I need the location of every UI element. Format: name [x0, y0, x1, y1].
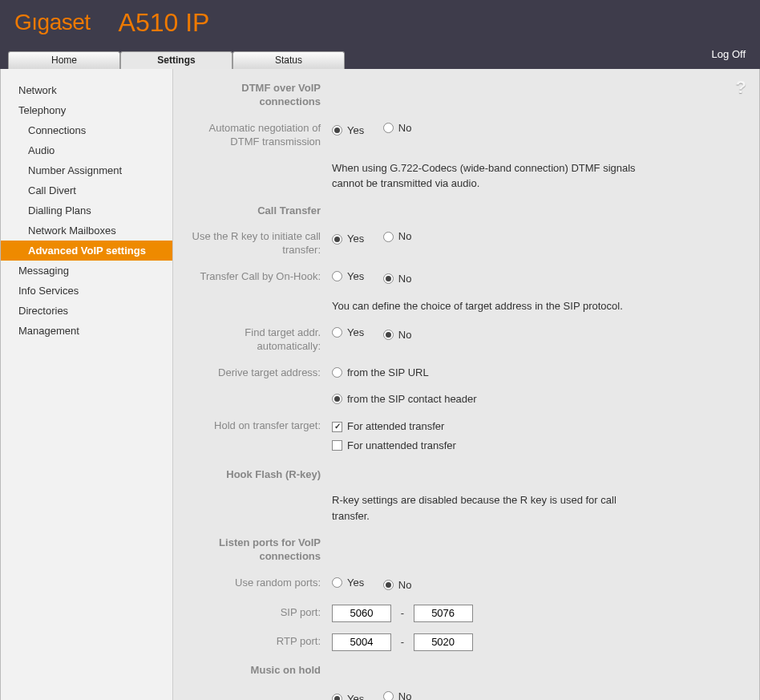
radio-derive-contact[interactable]: from the SIP contact header — [332, 391, 477, 407]
radio-icon — [332, 694, 342, 700]
section-hook-flash: Hook Flash (R-key) — [188, 467, 332, 482]
radio-icon — [383, 273, 394, 284]
nav-directories[interactable]: Directories — [1, 301, 172, 321]
input-sip-to[interactable] — [414, 605, 473, 622]
note-rkey-disabled: R-key settings are disabled because the … — [332, 492, 653, 524]
checkbox-icon — [332, 440, 342, 451]
nav-number-assignment[interactable]: Number Assignment — [1, 160, 172, 180]
radio-icon — [332, 394, 342, 404]
label-derive-target: Derive target address: — [188, 365, 332, 380]
nav-audio[interactable]: Audio — [1, 140, 172, 160]
checkbox-icon — [332, 422, 342, 432]
note-dtmf: When using G.722-Codecs (wide-band conne… — [332, 160, 653, 192]
radio-icon — [383, 123, 394, 133]
radio-music-no[interactable]: No — [383, 689, 412, 700]
radio-icon — [332, 271, 342, 281]
header-bar: Gıgaset A510 IP — [0, 0, 760, 45]
radio-icon — [383, 330, 394, 340]
label-find-target: Find target addr. automatically: — [188, 325, 332, 354]
dash: - — [401, 607, 404, 619]
section-listen-ports: Listen ports for VoIP connections — [188, 535, 332, 564]
nav-dialling-plans[interactable]: Dialling Plans — [1, 200, 172, 221]
input-rtp-to[interactable] — [414, 633, 473, 651]
radio-derive-url[interactable]: from the SIP URL — [332, 365, 429, 381]
tab-bar: Home Settings Status Log Off — [0, 45, 760, 69]
nav-advanced-voip[interactable]: Advanced VoIP settings — [1, 241, 172, 261]
label-rkey: Use the R key to initiate call transfer: — [188, 229, 332, 257]
check-attended[interactable]: For attended transfer — [332, 419, 444, 435]
nav-network-mailboxes[interactable]: Network Mailboxes — [1, 221, 172, 241]
note-sip-choice: You can define the choice of target addr… — [332, 298, 653, 314]
radio-findtarget-yes[interactable]: Yes — [332, 325, 364, 341]
nav-network[interactable]: Network — [1, 80, 172, 100]
radio-icon — [332, 234, 342, 245]
radio-icon — [383, 232, 394, 242]
radio-onhook-no[interactable]: No — [383, 271, 412, 287]
check-unattended[interactable]: For unattended transfer — [332, 438, 456, 454]
input-rtp-from[interactable] — [332, 633, 391, 651]
radio-icon — [332, 125, 342, 136]
label-sip-port: SIP port: — [188, 605, 332, 620]
nav-telephony[interactable]: Telephony — [1, 100, 172, 120]
radio-rkey-yes[interactable]: Yes — [332, 231, 364, 247]
nav-call-divert[interactable]: Call Divert — [1, 180, 172, 200]
tab-status[interactable]: Status — [232, 51, 345, 69]
nav-connections[interactable]: Connections — [1, 120, 172, 140]
label-onhook: Transfer Call by On-Hook: — [188, 269, 332, 284]
label-auto-neg: Automatic negotiation of DTMF transmissi… — [188, 120, 332, 149]
input-sip-from[interactable] — [332, 605, 391, 622]
label-random-ports: Use random ports: — [188, 575, 332, 590]
dash: - — [401, 636, 404, 648]
radio-rkey-no[interactable]: No — [383, 229, 412, 245]
nav-messaging[interactable]: Messaging — [1, 261, 172, 281]
radio-icon — [332, 327, 342, 338]
radio-icon — [332, 367, 342, 378]
logoff-link[interactable]: Log Off — [712, 48, 746, 60]
content-area: ? Network Telephony Connections Audio Nu… — [0, 69, 760, 700]
main-panel: DTMF over VoIP connections Automatic neg… — [173, 69, 759, 700]
radio-music-yes[interactable]: Yes — [332, 691, 364, 700]
radio-random-no[interactable]: No — [383, 577, 412, 593]
radio-random-yes[interactable]: Yes — [332, 575, 364, 591]
model-name: A510 IP — [119, 8, 210, 38]
label-hold-target: Hold on transfer target: — [188, 418, 332, 433]
radio-icon — [332, 577, 342, 588]
nav-management[interactable]: Management — [1, 321, 172, 341]
brand-logo: Gıgaset — [14, 10, 91, 35]
radio-icon — [383, 691, 394, 700]
radio-autoneg-yes[interactable]: Yes — [332, 123, 364, 139]
nav-info-services[interactable]: Info Services — [1, 281, 172, 301]
tab-settings[interactable]: Settings — [120, 51, 232, 69]
radio-findtarget-no[interactable]: No — [383, 327, 412, 343]
label-rtp-port: RTP port: — [188, 633, 332, 649]
section-call-transfer: Call Transfer — [188, 203, 332, 218]
radio-onhook-yes[interactable]: Yes — [332, 269, 364, 285]
radio-icon — [383, 580, 394, 590]
section-dtmf: DTMF over VoIP connections — [188, 80, 332, 109]
radio-autoneg-no[interactable]: No — [383, 120, 412, 136]
sidebar: Network Telephony Connections Audio Numb… — [1, 69, 173, 700]
section-music-hold: Music on hold — [188, 662, 332, 678]
tab-home[interactable]: Home — [8, 51, 120, 69]
